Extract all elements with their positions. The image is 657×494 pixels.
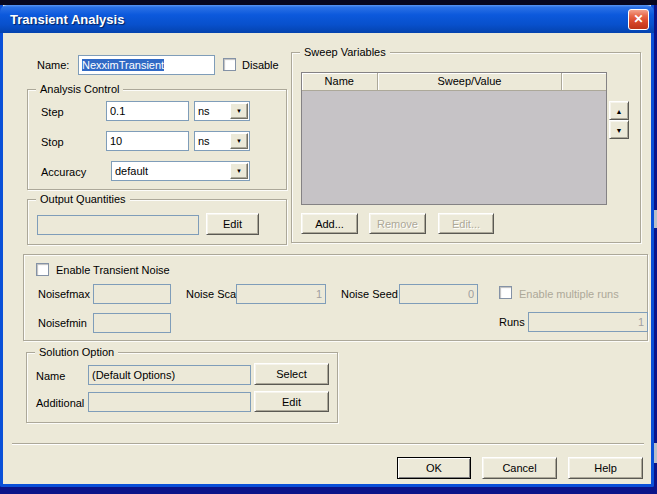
enable-multiple-runs-label: Enable multiple runs <box>519 288 619 301</box>
cancel-button[interactable]: Cancel <box>482 457 557 479</box>
step-unit-select[interactable]: ns ▼ <box>194 101 250 121</box>
close-icon: ✕ <box>633 12 643 26</box>
stop-input[interactable] <box>106 131 189 151</box>
accuracy-value: default <box>115 164 148 178</box>
stop-label: Stop <box>41 136 64 149</box>
dropdown-arrow-icon: ▼ <box>236 138 242 144</box>
footer-separator <box>12 443 644 445</box>
name-input[interactable]: NexximTransient <box>78 55 215 75</box>
window-title: Transient Analysis <box>10 12 628 27</box>
noisefmin-input <box>93 313 171 333</box>
sweep-table-header: Name Sweep/Value <box>302 73 606 91</box>
disable-checkbox[interactable] <box>223 58 236 71</box>
column-header-name[interactable]: Name <box>302 73 378 91</box>
column-header-blank[interactable] <box>562 73 606 91</box>
noisefmax-input <box>93 284 171 304</box>
solution-option-group: Solution Option Name Select Additional E… <box>26 352 338 423</box>
transient-noise-frame: Enable Transient Noise Noisefmax Noise S… <box>23 254 648 341</box>
remove-button-label: Remove <box>377 218 418 230</box>
select-button-label: Select <box>276 368 307 380</box>
down-arrow-icon: ▼ <box>616 127 623 134</box>
up-arrow-icon: ▲ <box>616 108 623 115</box>
dropdown-arrow-icon: ▼ <box>236 108 242 114</box>
help-button[interactable]: Help <box>568 457 643 479</box>
sweep-variables-table: Name Sweep/Value <box>301 72 607 205</box>
transient-analysis-dialog: Transient Analysis ✕ Name: NexximTransie… <box>0 5 654 487</box>
name-input-selected-text: NexximTransient <box>82 59 164 71</box>
solution-option-caption: Solution Option <box>35 345 118 359</box>
title-bar[interactable]: Transient Analysis ✕ <box>0 5 654 33</box>
cancel-button-label: Cancel <box>502 462 536 474</box>
accuracy-select[interactable]: default ▼ <box>111 161 250 181</box>
step-unit-value: ns <box>198 104 210 118</box>
ok-button-label: OK <box>426 462 442 474</box>
edit-button-label: Edit... <box>452 218 480 230</box>
step-label: Step <box>41 106 64 119</box>
noise-scale-input <box>236 284 326 304</box>
solution-name-label: Name <box>36 370 65 383</box>
enable-transient-noise-label: Enable Transient Noise <box>56 264 170 277</box>
output-quantities-group: Output Quantities Edit <box>27 199 287 245</box>
stop-unit-select[interactable]: ns ▼ <box>194 131 250 151</box>
edit-button-label: Edit <box>223 218 242 230</box>
sweep-add-button[interactable]: Add... <box>301 213 358 234</box>
runs-input <box>528 312 648 332</box>
noisefmin-label: Noisefmin <box>38 317 87 330</box>
disable-label: Disable <box>242 59 279 72</box>
step-input[interactable] <box>106 101 189 121</box>
solution-edit-button[interactable]: Edit <box>254 391 329 412</box>
solution-additional-field <box>88 392 251 412</box>
column-header-sweep-value[interactable]: Sweep/Value <box>378 73 563 91</box>
chevron-down-icon[interactable]: ▼ <box>230 163 248 179</box>
runs-label: Runs <box>499 316 525 329</box>
solution-name-field <box>88 365 251 385</box>
chevron-down-icon[interactable]: ▼ <box>230 133 248 149</box>
ok-button[interactable]: OK <box>397 457 471 479</box>
stop-unit-value: ns <box>198 134 210 148</box>
output-quantities-caption: Output Quantities <box>36 192 130 206</box>
edit-button-label: Edit <box>282 396 301 408</box>
help-button-label: Help <box>594 462 617 474</box>
enable-multiple-runs-checkbox <box>499 286 512 299</box>
analysis-control-caption: Analysis Control <box>36 82 123 96</box>
sweep-variables-group: Sweep Variables Name Sweep/Value ▲ ▼ Add… <box>291 52 641 243</box>
close-button[interactable]: ✕ <box>628 9 649 30</box>
move-down-button[interactable]: ▼ <box>609 120 629 139</box>
noise-seed-label: Noise Seed <box>341 288 398 301</box>
output-quantities-field <box>37 215 199 235</box>
output-quantities-edit-button[interactable]: Edit <box>206 213 259 235</box>
chevron-down-icon[interactable]: ▼ <box>230 103 248 119</box>
accuracy-label: Accuracy <box>41 166 86 179</box>
enable-transient-noise-checkbox[interactable] <box>36 263 49 276</box>
sweep-remove-button[interactable]: Remove <box>369 213 426 234</box>
name-label: Name: <box>37 59 69 72</box>
sweep-variables-caption: Sweep Variables <box>300 45 390 59</box>
add-button-label: Add... <box>315 218 344 230</box>
noise-seed-input <box>399 284 478 304</box>
noisefmax-label: Noisefmax <box>38 288 90 301</box>
solution-select-button[interactable]: Select <box>254 363 329 385</box>
sweep-table-body[interactable] <box>302 91 606 204</box>
solution-additional-label: Additional <box>36 397 84 410</box>
dialog-body: Name: NexximTransient Disable Analysis C… <box>3 33 651 484</box>
sweep-edit-button[interactable]: Edit... <box>438 213 494 234</box>
move-up-button[interactable]: ▲ <box>609 101 629 120</box>
dropdown-arrow-icon: ▼ <box>236 168 242 174</box>
analysis-control-group: Analysis Control Step ns ▼ Stop ns ▼ Acc… <box>27 89 287 190</box>
